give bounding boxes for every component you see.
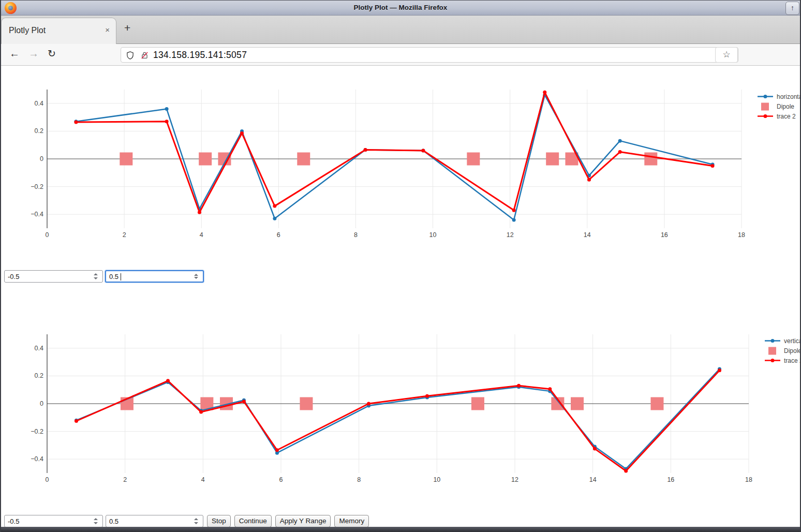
spinner-up-icon[interactable] xyxy=(94,518,98,520)
url-bar[interactable]: 134.158.195.141:5057 ☆ xyxy=(121,47,738,63)
dipole-marker[interactable] xyxy=(297,153,310,166)
x-tick-label: 4 xyxy=(200,231,203,239)
dipole-marker[interactable] xyxy=(120,153,132,166)
legend-item-trace 2[interactable]: trace 2 xyxy=(764,356,801,365)
spinner-icon[interactable] xyxy=(93,271,99,282)
trace-line-trace 2[interactable] xyxy=(76,92,713,212)
x-tick-label: 2 xyxy=(123,231,126,239)
continue-button[interactable]: Continue xyxy=(234,515,272,527)
legend-line-icon xyxy=(757,92,774,101)
ymax-field-bottom[interactable] xyxy=(106,515,203,527)
lock-slash-icon[interactable] xyxy=(140,51,149,60)
reload-icon[interactable]: ↻ xyxy=(48,48,56,60)
legend-item-trace 2[interactable]: trace 2 xyxy=(757,111,801,121)
trace-marker-trace 2[interactable] xyxy=(421,149,425,152)
titlebar: Plotly Plot — Mozilla Firefox ↑ xyxy=(0,0,801,16)
x-tick-label: 12 xyxy=(507,231,514,239)
dipole-marker[interactable] xyxy=(644,153,657,166)
window-left-border xyxy=(0,0,1,532)
chart1-legend: horizontalDipoletrace 2 xyxy=(757,92,801,121)
tab-plotly-plot[interactable]: Plotly Plot × xyxy=(1,18,116,44)
tab-bar: Plotly Plot × + xyxy=(0,16,801,44)
forward-icon[interactable]: → xyxy=(28,48,39,60)
x-tick-label: 6 xyxy=(277,231,280,239)
new-tab-button[interactable]: + xyxy=(124,22,130,34)
spinner-icon[interactable] xyxy=(93,515,99,527)
dipole-marker[interactable] xyxy=(467,153,480,166)
nav-toolbar: ← → ↻ 134.158.195.141:5057 ☆ xyxy=(0,44,801,66)
legend-label: vertical xyxy=(784,337,801,345)
trace-marker-trace 2[interactable] xyxy=(618,150,622,154)
shield-icon[interactable] xyxy=(126,51,135,60)
legend-item-horizontal[interactable]: horizontal xyxy=(757,92,801,101)
spinner-icon[interactable] xyxy=(193,271,199,282)
dipole-marker[interactable] xyxy=(546,153,559,166)
trace-line-horizontal[interactable] xyxy=(76,95,713,220)
spinner-down-icon[interactable] xyxy=(194,277,198,279)
trace-marker-trace 2[interactable] xyxy=(165,120,169,123)
bookmark-star-button[interactable]: ☆ xyxy=(715,47,738,63)
back-icon[interactable]: ← xyxy=(9,48,20,60)
legend-item-vertical[interactable]: vertical xyxy=(764,336,801,346)
x-tick-label: 14 xyxy=(584,231,591,239)
legend-line-icon xyxy=(764,336,781,346)
dipole-marker[interactable] xyxy=(199,153,212,166)
trace-marker-horizontal[interactable] xyxy=(165,107,169,111)
ymin-input-top[interactable] xyxy=(5,271,91,282)
legend-line-icon xyxy=(764,356,781,365)
ymax-field-top[interactable] xyxy=(105,270,204,283)
browser-window: Plotly Plot — Mozilla Firefox ↑ Plotly P… xyxy=(0,0,801,532)
trace-marker-trace 2[interactable] xyxy=(240,131,244,135)
legend-square-icon xyxy=(764,346,781,356)
trace-marker-trace 2[interactable] xyxy=(198,211,201,214)
spinner-up-icon[interactable] xyxy=(94,273,98,275)
spinner-icon[interactable] xyxy=(193,515,199,527)
tab-close-icon[interactable]: × xyxy=(105,25,110,34)
trace-marker-trace 2[interactable] xyxy=(512,209,516,212)
text-caret xyxy=(121,273,121,280)
trace-marker-trace 2[interactable] xyxy=(711,164,715,168)
apply-y-range-button[interactable]: Apply Y Range xyxy=(275,515,331,527)
legend-label: Dipole xyxy=(784,347,801,354)
spinner-down-icon[interactable] xyxy=(94,522,98,524)
legend-line-icon xyxy=(757,111,774,121)
trace-marker-horizontal[interactable] xyxy=(273,217,276,220)
trace-marker-trace 2[interactable] xyxy=(74,120,78,124)
ymin-field-top[interactable] xyxy=(4,270,103,283)
stop-button[interactable]: Stop xyxy=(207,515,231,527)
action-buttons: Stop Continue Apply Y Range Memory xyxy=(207,515,369,527)
chart2-legend: verticalDipoletrace 2 xyxy=(764,336,801,365)
legend-label: horizontal xyxy=(777,93,801,100)
window-up-button[interactable]: ↑ xyxy=(785,2,799,15)
spinner-down-icon[interactable] xyxy=(94,277,98,279)
legend-label: trace 2 xyxy=(784,357,801,364)
page-content: 024681012141618−0.4−0.200.20.40246810121… xyxy=(0,66,801,527)
trace-marker-horizontal[interactable] xyxy=(512,218,516,221)
url-text: 134.158.195.141:5057 xyxy=(153,50,247,61)
ymin-input-bottom[interactable] xyxy=(5,515,91,527)
x-tick-label: 16 xyxy=(661,231,668,239)
y-tick-label: −0.2 xyxy=(31,183,43,190)
ymax-input-bottom[interactable] xyxy=(106,515,191,527)
top-chart-controls xyxy=(0,270,801,284)
chart-1-canvas[interactable]: 024681012141618−0.4−0.200.20.4 xyxy=(0,66,801,527)
trace-marker-horizontal[interactable] xyxy=(618,139,622,143)
trace-marker-trace 2[interactable] xyxy=(364,148,367,152)
ymax-input-top[interactable] xyxy=(106,271,191,282)
spinner-up-icon[interactable] xyxy=(194,274,198,276)
spinner-up-icon[interactable] xyxy=(194,518,198,520)
memory-button[interactable]: Memory xyxy=(334,515,369,527)
trace-marker-trace 2[interactable] xyxy=(273,204,276,208)
ymin-field-bottom[interactable] xyxy=(4,515,103,527)
trace-marker-trace 2[interactable] xyxy=(543,91,546,94)
legend-label: trace 2 xyxy=(777,113,796,120)
trace-marker-trace 2[interactable] xyxy=(587,178,591,182)
tab-title: Plotly Plot xyxy=(9,26,46,35)
legend-item-Dipole[interactable]: Dipole xyxy=(764,346,801,356)
spinner-down-icon[interactable] xyxy=(194,522,198,524)
window-bottom-border xyxy=(0,527,801,532)
legend-item-Dipole[interactable]: Dipole xyxy=(757,101,801,111)
x-tick-label: 0 xyxy=(46,231,49,239)
y-tick-label: −0.4 xyxy=(31,211,43,218)
legend-square-icon xyxy=(757,101,774,111)
